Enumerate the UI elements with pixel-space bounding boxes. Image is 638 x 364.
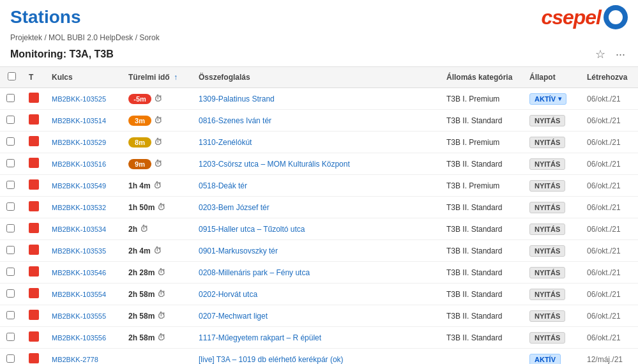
row-time-cell: 8m⏱	[122, 132, 192, 153]
row-key-link[interactable]: MB2BKK-103555	[52, 312, 106, 320]
row-summary-link[interactable]: 0816-Szenes Iván tér	[199, 116, 271, 125]
row-key-cell: MB2BKK-103549	[45, 175, 122, 197]
time-badge: -5m⏱	[128, 94, 162, 104]
clock-icon: ⏱	[154, 159, 162, 169]
row-key-link[interactable]: MB2BKK-103549	[52, 182, 106, 190]
row-summary-link[interactable]: 0202-Horvát utca	[199, 290, 257, 299]
row-summary-cell: 0816-Szenes Iván tér	[192, 110, 440, 132]
row-time-cell: -5m⏱	[122, 88, 192, 110]
row-summary-link[interactable]: 0915-Haller utca – Tűzoltó utca	[199, 225, 305, 234]
row-key-link[interactable]: MB2BKK-103546	[52, 269, 106, 277]
row-key-link[interactable]: MB2BKK-103514	[52, 117, 106, 125]
row-time-cell: 2h 4m⏱	[122, 240, 192, 262]
row-checkbox[interactable]	[6, 289, 15, 298]
th-time[interactable]: Türelmi idő ↑	[122, 67, 192, 88]
row-time-cell: 2h 58m⏱	[122, 284, 192, 305]
row-checkbox[interactable]	[6, 202, 15, 211]
time-badge: 8m⏱	[128, 137, 162, 148]
row-summary-cell: [live] T3A – 1019 db elérhető kerékpár (…	[192, 349, 440, 365]
table-row: MB2BKK-1035552h 58m⏱0207-Mechwart ligetT…	[0, 305, 638, 327]
row-category-cell: T3B II. Standard	[440, 262, 523, 284]
row-checkbox-cell	[0, 327, 22, 349]
row-key-cell: MB2BKK-2778	[45, 349, 122, 365]
star-button[interactable]: ☆	[593, 46, 608, 63]
row-summary-link[interactable]: 0208-Millenáris park – Fény utca	[199, 268, 310, 277]
row-category-cell: T3B II. Standard	[440, 197, 523, 218]
more-button[interactable]: ···	[613, 46, 628, 63]
row-key-link[interactable]: MB2BKK-103556	[52, 334, 106, 342]
row-checkbox-cell	[0, 88, 22, 110]
breadcrumb-helpdesk[interactable]: MOL BUBI 2.0 HelpDesk	[49, 33, 133, 42]
row-checkbox[interactable]	[6, 354, 15, 363]
row-key-link[interactable]: MB2BKK-103529	[52, 139, 106, 146]
row-checkbox[interactable]	[6, 137, 15, 146]
status-badge: NYITÁS	[529, 137, 565, 148]
row-checkbox[interactable]	[6, 94, 15, 102]
status-badge: NYITÁS	[529, 267, 565, 278]
type-indicator	[29, 288, 39, 298]
row-summary-link[interactable]: 1309-Palatinus Strand	[199, 95, 275, 103]
row-status-cell: NYITÁS	[523, 262, 581, 284]
breadcrumb-sorok: Sorok	[139, 33, 159, 42]
row-created-cell: 06/okt./21	[581, 240, 638, 262]
row-key-link[interactable]: MB2BKK-2778	[52, 356, 98, 363]
row-key-link[interactable]: MB2BKK-103535	[52, 247, 106, 255]
type-indicator	[29, 201, 39, 211]
row-summary-link[interactable]: 1310-Zenélókút	[199, 138, 252, 147]
row-summary-link[interactable]: 1203-Csörsz utca – MOM Kulturális Közpon…	[199, 160, 350, 169]
breadcrumb-projektek[interactable]: Projektek	[10, 33, 42, 42]
row-checkbox[interactable]	[6, 224, 15, 232]
row-summary-link[interactable]: [live] T3A – 1019 db elérhető kerékpár (…	[199, 355, 344, 364]
th-t: T	[22, 67, 45, 88]
row-checkbox[interactable]	[6, 246, 15, 254]
row-checkbox-cell	[0, 197, 22, 218]
row-checkbox[interactable]	[6, 159, 15, 167]
row-key-link[interactable]: MB2BKK-103532	[52, 204, 106, 211]
clock-icon: ⏱	[154, 94, 162, 103]
row-time-cell: 3m⏱	[122, 110, 192, 132]
row-key-link[interactable]: MB2BKK-103516	[52, 160, 106, 168]
row-summary-link[interactable]: 0207-Mechwart liget	[199, 312, 268, 321]
row-summary-cell: 0518-Deák tér	[192, 175, 440, 197]
row-key-cell: MB2BKK-103516	[45, 153, 122, 175]
row-key-link[interactable]: MB2BKK-103525	[52, 95, 106, 103]
logo-text: csepel	[541, 6, 601, 29]
row-summary-cell: 0208-Millenáris park – Fény utca	[192, 262, 440, 284]
time-badge: 3m⏱	[128, 116, 162, 126]
th-category: Állomás kategória	[440, 67, 523, 88]
select-all-checkbox[interactable]	[8, 72, 16, 80]
row-key-link[interactable]: MB2BKK-103554	[52, 291, 106, 298]
row-summary-link[interactable]: 1117-Műegyetem rakpart – R épület	[199, 333, 321, 342]
row-checkbox[interactable]	[6, 181, 15, 189]
page-title: Stations	[10, 7, 80, 27]
row-checkbox[interactable]	[6, 268, 15, 276]
row-summary-cell: 1117-Műegyetem rakpart – R épület	[192, 327, 440, 349]
row-type-cell	[22, 175, 45, 197]
row-summary-link[interactable]: 0203-Bem József tér	[199, 203, 270, 212]
row-key-link[interactable]: MB2BKK-103534	[52, 225, 106, 233]
row-key-cell: MB2BKK-103546	[45, 262, 122, 284]
row-summary-cell: 1310-Zenélókút	[192, 132, 440, 153]
status-badge: NYITÁS	[529, 310, 565, 322]
row-checkbox-cell	[0, 349, 22, 365]
row-created-cell: 06/okt./21	[581, 305, 638, 327]
row-key-cell: MB2BKK-103529	[45, 132, 122, 153]
clock-icon: ⏱	[157, 333, 165, 342]
time-badge: 9m⏱	[128, 159, 162, 169]
row-created-cell: 06/okt./21	[581, 110, 638, 132]
status-badge: AKTÍV	[529, 354, 561, 365]
time-text: 2h 28m	[128, 268, 155, 277]
row-checkbox[interactable]	[6, 333, 15, 341]
time-pill: 3m	[128, 116, 151, 126]
row-summary-link[interactable]: 0901-Markusovszky tér	[199, 246, 278, 255]
row-time-cell	[122, 349, 192, 365]
row-summary-link[interactable]: 0518-Deák tér	[199, 181, 247, 190]
row-summary-cell: 0915-Haller utca – Tűzoltó utca	[192, 218, 440, 240]
time-text: 2h 58m	[128, 333, 155, 342]
row-checkbox[interactable]	[6, 311, 15, 319]
row-summary-cell: 0203-Bem József tér	[192, 197, 440, 218]
status-badge[interactable]: AKTÍV▾	[529, 93, 566, 105]
row-checkbox[interactable]	[6, 116, 15, 124]
row-time-cell: 1h 50m⏱	[122, 197, 192, 218]
row-created-cell: 06/okt./21	[581, 262, 638, 284]
